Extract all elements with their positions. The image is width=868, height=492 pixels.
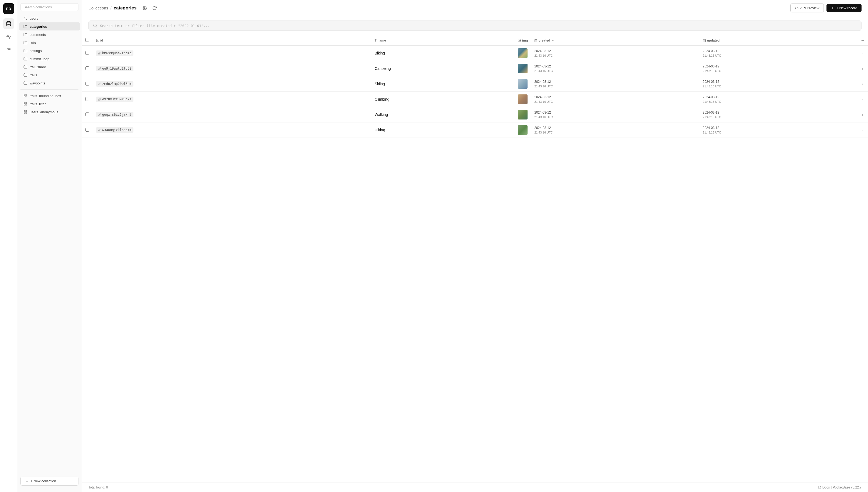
sidebar-item-label-summit_logs: summit_logs	[30, 57, 49, 61]
sidebar-item-lists[interactable]: lists	[19, 39, 80, 47]
svg-line-23	[96, 26, 97, 27]
record-open-arrow[interactable]: ›	[857, 76, 868, 92]
record-created: 2024-03-12 21:43:16 UTC	[531, 107, 700, 122]
record-open-arrow[interactable]: ›	[857, 61, 868, 76]
record-updated: 2024-03-12 21:43:16 UTC	[700, 46, 857, 61]
col-header-updated[interactable]: updated	[700, 35, 857, 46]
svg-point-22	[94, 24, 97, 27]
sidebar-nav-settings[interactable]	[3, 44, 14, 55]
col-header-more[interactable]: ···	[857, 35, 868, 46]
record-created: 2024-03-12 21:43:16 UTC	[531, 92, 700, 107]
record-updated: 2024-03-12 21:43:16 UTC	[700, 122, 857, 138]
total-found: Total found: 6	[88, 486, 108, 489]
table-body: bm6s9q0sa7zndmp Biking 2024-03-12 21:43:…	[82, 46, 868, 138]
record-id: bm6s9q0sa7zndmp	[96, 50, 133, 56]
sidebar-nav-analytics[interactable]	[3, 31, 14, 42]
table-row[interactable]: w34ouqjxklongtm Hiking 2024-03-12 21:43:…	[82, 122, 868, 138]
table-row[interactable]: gu9j19aatd1td32 Canoeing 2024-03-12 21:4…	[82, 61, 868, 76]
settings-icon	[23, 49, 27, 53]
svg-rect-14	[26, 110, 27, 112]
api-preview-button[interactable]: API Preview	[790, 3, 824, 13]
users-icon	[23, 16, 27, 21]
sidebar-item-label-lists: lists	[30, 41, 35, 45]
table-row[interactable]: goqxfs6iz5jrxhl Walking 2024-03-12 21:43…	[82, 107, 868, 122]
select-all-checkbox[interactable]	[85, 38, 89, 42]
trails_filter-icon	[23, 102, 27, 106]
row-checkbox[interactable]	[85, 66, 89, 70]
new-collection-button[interactable]: + New collection	[21, 476, 78, 486]
sidebar-item-trails_bounding_box[interactable]: trails_bounding_box	[19, 92, 80, 100]
docs-icon	[818, 486, 821, 489]
sidebar-item-summit_logs[interactable]: summit_logs	[19, 55, 80, 63]
record-updated: 2024-03-12 21:43:16 UTC	[700, 76, 857, 92]
new-record-button[interactable]: + New record	[826, 4, 862, 12]
records-table: id T name img	[82, 35, 868, 138]
record-created: 2024-03-12 21:43:16 UTC	[531, 46, 700, 61]
record-img	[518, 125, 528, 135]
sidebar-item-users_anonymous[interactable]: users_anonymous	[19, 108, 80, 116]
svg-point-0	[6, 22, 10, 23]
top-bar: Collections / categories API Preview + N…	[82, 0, 868, 16]
sidebar-item-label-categories: categories	[30, 25, 47, 29]
row-checkbox[interactable]	[85, 113, 89, 116]
sidebar-item-label-users_anonymous: users_anonymous	[30, 110, 58, 114]
record-id: zmduzlmp20wl5um	[96, 81, 133, 87]
sidebar-item-users[interactable]: users	[19, 14, 80, 22]
sidebar-item-trails_filter[interactable]: trails_filter	[19, 100, 80, 108]
sidebar-item-categories[interactable]: categories	[19, 22, 80, 30]
sidebar-item-label-settings: settings	[30, 49, 42, 53]
new-collection-label: + New collection	[30, 479, 56, 483]
sidebar-item-comments[interactable]: comments	[19, 30, 80, 39]
record-open-arrow[interactable]: ›	[857, 122, 868, 138]
col-header-img[interactable]: img	[515, 35, 531, 46]
row-checkbox[interactable]	[85, 128, 89, 132]
record-updated: 2024-03-12 21:43:16 UTC	[700, 92, 857, 107]
summit_logs-icon	[23, 57, 27, 61]
sidebar-item-waypoints[interactable]: waypoints	[19, 79, 80, 87]
record-open-arrow[interactable]: ›	[857, 46, 868, 61]
footer: Total found: 6 Docs | PocketBase v0.22.7	[82, 483, 868, 492]
breadcrumb-collections-link[interactable]: Collections	[88, 6, 108, 10]
table-row[interactable]: d928m3fzu9r0o7a Climbing 2024-03-12 21:4…	[82, 92, 868, 107]
sidebar-nav-database[interactable]	[3, 18, 14, 29]
svg-rect-26	[535, 40, 537, 42]
table-row[interactable]: zmduzlmp20wl5um Skiing 2024-03-12 21:43:…	[82, 76, 868, 92]
sidebar-item-label-trail_share: trail_share	[30, 65, 46, 69]
record-img	[518, 48, 528, 58]
collections-search[interactable]: Search collections...	[21, 3, 78, 11]
table-row[interactable]: bm6s9q0sa7zndmp Biking 2024-03-12 21:43:…	[82, 46, 868, 61]
breadcrumb-separator: /	[110, 6, 111, 10]
logo[interactable]: PB	[3, 3, 14, 14]
breadcrumb-actions	[141, 4, 158, 12]
record-open-arrow[interactable]: ›	[857, 107, 868, 122]
record-id: goqxfs6iz5jrxhl	[96, 112, 133, 117]
search-input[interactable]	[100, 24, 857, 28]
icon-sidebar: PB	[0, 0, 17, 492]
sidebar-item-trail_share[interactable]: trail_share	[19, 63, 80, 71]
collection-settings-icon[interactable]	[141, 4, 149, 12]
col-header-created[interactable]: created	[531, 35, 700, 46]
row-checkbox[interactable]	[85, 51, 89, 55]
sidebar-item-settings[interactable]: settings	[19, 47, 80, 55]
col-header-name[interactable]: T name	[371, 35, 515, 46]
sidebar-item-trails[interactable]: trails	[19, 71, 80, 79]
record-name: Climbing	[371, 92, 515, 107]
record-open-arrow[interactable]: ›	[857, 92, 868, 107]
refresh-icon[interactable]	[151, 4, 158, 12]
waypoints-icon	[23, 81, 27, 85]
record-id: d928m3fzu9r0o7a	[96, 97, 133, 102]
record-updated: 2024-03-12 21:43:16 UTC	[700, 61, 857, 76]
lists-icon	[23, 41, 27, 45]
docs-link[interactable]: Docs	[822, 486, 830, 489]
row-checkbox[interactable]	[85, 82, 89, 85]
row-checkbox[interactable]	[85, 97, 89, 101]
search-input-wrap	[88, 21, 862, 31]
record-img	[518, 64, 528, 73]
record-name: Biking	[371, 46, 515, 61]
search-area	[82, 16, 868, 35]
col-header-id[interactable]: id	[93, 35, 371, 46]
search-icon	[93, 23, 97, 28]
record-name: Hiking	[371, 122, 515, 138]
record-name: Canoeing	[371, 61, 515, 76]
table-area: id T name img	[82, 35, 868, 483]
